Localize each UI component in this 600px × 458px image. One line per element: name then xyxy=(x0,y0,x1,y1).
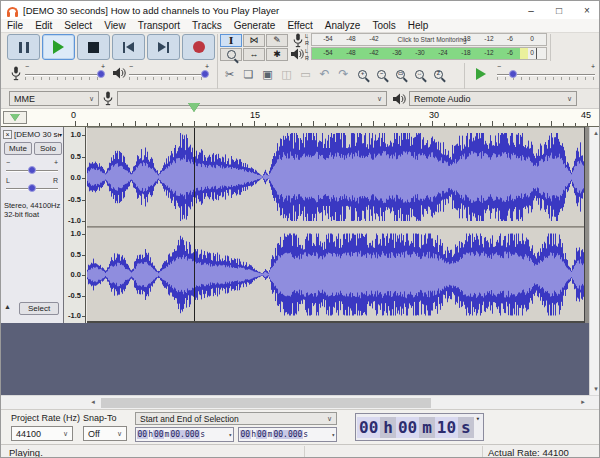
project-background[interactable] xyxy=(1,323,589,395)
scroll-right-button[interactable]: ▸ xyxy=(577,396,589,408)
caret-down-icon[interactable]: ▾ xyxy=(474,415,482,423)
menu-view[interactable]: View xyxy=(98,20,132,31)
time-segment[interactable]: 10 xyxy=(435,417,458,438)
vertical-scale-ruler[interactable]: 1.00.50.0-0.5-1.01.00.50.0-0.5-1.0 xyxy=(64,127,86,323)
scroll-up-button[interactable]: ▴ xyxy=(590,127,600,139)
time-segment[interactable]: 00 xyxy=(153,430,164,439)
audio-position-display[interactable]: 00h00m10s ▾ xyxy=(355,413,484,441)
menu-effect[interactable]: Effect xyxy=(281,20,318,31)
play-at-speed-button[interactable] xyxy=(469,64,493,84)
slider-thumb[interactable] xyxy=(97,70,105,78)
menu-analyze[interactable]: Analyze xyxy=(319,20,367,31)
play-button[interactable] xyxy=(42,34,75,60)
selection-mode-dropdown[interactable]: Start and End of Selection ∨ xyxy=(135,412,337,425)
project-rate-dropdown[interactable]: 44100 ∨ xyxy=(11,426,73,441)
waveform-channel-right[interactable] xyxy=(87,228,584,321)
draw-tool-button[interactable]: ✎ xyxy=(266,34,288,47)
fit-project-button[interactable]: ↔ xyxy=(410,64,429,84)
time-segment[interactable]: 00 xyxy=(137,430,148,439)
playhead-marker-icon[interactable] xyxy=(188,112,200,123)
solo-button[interactable]: Solo xyxy=(34,142,62,155)
zoom-toggle-button[interactable]: Z xyxy=(429,64,448,84)
menu-tools[interactable]: Tools xyxy=(366,20,401,31)
menu-tracks[interactable]: Tracks xyxy=(186,20,228,31)
caret-down-icon[interactable]: ▾ xyxy=(331,431,335,438)
slider-thumb[interactable] xyxy=(201,70,209,78)
envelope-tool-button[interactable]: ⋈ xyxy=(243,34,265,47)
undo-button[interactable]: ↶ xyxy=(315,64,334,84)
time-segment[interactable]: m xyxy=(419,417,435,438)
track-title[interactable]: [DEMO 30 se xyxy=(14,130,59,139)
track-close-button[interactable]: × xyxy=(3,130,12,139)
horizontal-scrollbar[interactable]: ◂ ▸ xyxy=(1,395,600,409)
maximize-button[interactable]: □ xyxy=(545,1,573,19)
zoom-tool-button[interactable] xyxy=(220,48,242,61)
record-button[interactable] xyxy=(182,34,215,60)
time-segment[interactable]: 00 xyxy=(396,417,419,438)
trim-audio-button[interactable]: ◫ xyxy=(277,64,296,84)
time-segment[interactable]: h xyxy=(380,417,396,438)
waveform-area[interactable] xyxy=(87,127,584,323)
cut-button[interactable]: ✂ xyxy=(220,64,239,84)
time-segment[interactable]: 00 xyxy=(256,430,267,439)
menu-file[interactable]: File xyxy=(1,20,29,31)
playback-volume-slider[interactable]: − + xyxy=(129,67,209,83)
slider-thumb[interactable] xyxy=(28,184,36,192)
recording-device-dropdown[interactable]: ∨ xyxy=(117,91,387,106)
stop-button[interactable] xyxy=(77,34,110,60)
snap-to-dropdown[interactable]: Off ∨ xyxy=(83,426,127,441)
copy-button[interactable]: ❏ xyxy=(239,64,258,84)
playback-device-dropdown[interactable]: Remote Audio ∨ xyxy=(409,91,577,106)
minimize-button[interactable]: – xyxy=(517,1,545,19)
vertical-scrollbar[interactable]: ▴ ▾ xyxy=(589,127,600,395)
mute-button[interactable]: Mute xyxy=(4,142,32,155)
skip-to-end-button[interactable] xyxy=(147,34,180,60)
collapse-track-button[interactable]: ▲ xyxy=(4,303,11,310)
pan-slider[interactable]: L R xyxy=(6,181,58,197)
recording-meter[interactable]: Click to Start Monitoring -54-48-42-18-1… xyxy=(311,33,547,46)
time-segment[interactable]: s xyxy=(303,430,309,439)
silence-audio-button[interactable]: ▭ xyxy=(296,64,315,84)
time-segment[interactable]: 00.000 xyxy=(170,430,200,439)
timeshift-tool-button[interactable]: ↔ xyxy=(243,48,265,61)
selection-start-field[interactable]: 00h00m00.000s ▾ xyxy=(135,427,234,442)
slider-thumb[interactable] xyxy=(509,70,517,78)
paste-button[interactable]: ▣ xyxy=(258,64,277,84)
pinned-head-toggle[interactable] xyxy=(3,111,27,124)
menu-help[interactable]: Help xyxy=(402,20,435,31)
pause-button[interactable] xyxy=(7,34,40,60)
audio-host-dropdown[interactable]: MME ∨ xyxy=(9,91,99,106)
play-speed-slider[interactable]: − + xyxy=(497,67,595,83)
menu-transport[interactable]: Transport xyxy=(132,20,186,31)
time-segment[interactable]: 00 xyxy=(357,417,380,438)
ruler-tick xyxy=(325,123,326,126)
close-button[interactable]: × xyxy=(573,1,600,19)
selection-tool-button[interactable]: I xyxy=(220,34,242,47)
menu-edit[interactable]: Edit xyxy=(29,20,58,31)
menu-select[interactable]: Select xyxy=(58,20,98,31)
select-track-button[interactable]: Select xyxy=(19,302,59,315)
track-menu-caret-icon[interactable]: ▾ xyxy=(59,131,62,138)
time-segment[interactable]: s xyxy=(200,430,206,439)
scroll-left-button[interactable]: ◂ xyxy=(87,396,99,408)
waveform-channel-left[interactable] xyxy=(87,128,584,226)
menu-generate[interactable]: Generate xyxy=(228,20,282,31)
timeline-ruler[interactable]: 0153045 xyxy=(1,109,600,127)
caret-down-icon[interactable]: ▾ xyxy=(228,431,232,438)
zoom-in-button[interactable]: + xyxy=(353,64,372,84)
redo-button[interactable]: ↷ xyxy=(334,64,353,84)
slider-thumb[interactable] xyxy=(28,166,36,174)
multi-tool-button[interactable]: ✱ xyxy=(266,48,288,61)
fit-selection-button[interactable]: ▭ xyxy=(391,64,410,84)
zoom-out-button[interactable]: − xyxy=(372,64,391,84)
gain-slider[interactable]: − + xyxy=(6,163,58,179)
ruler-tick-label: 30 xyxy=(429,110,439,120)
scroll-down-button[interactable]: ▾ xyxy=(590,383,600,395)
time-segment[interactable]: 00.000 xyxy=(273,430,303,439)
recording-volume-slider[interactable]: − + xyxy=(25,67,105,83)
horizontal-scroll-thumb[interactable] xyxy=(101,398,431,408)
skip-to-start-button[interactable] xyxy=(112,34,145,60)
time-segment[interactable]: s xyxy=(458,417,474,438)
selection-end-field[interactable]: 00h00m00.000s ▾ xyxy=(238,427,337,442)
time-segment[interactable]: 00 xyxy=(240,430,251,439)
